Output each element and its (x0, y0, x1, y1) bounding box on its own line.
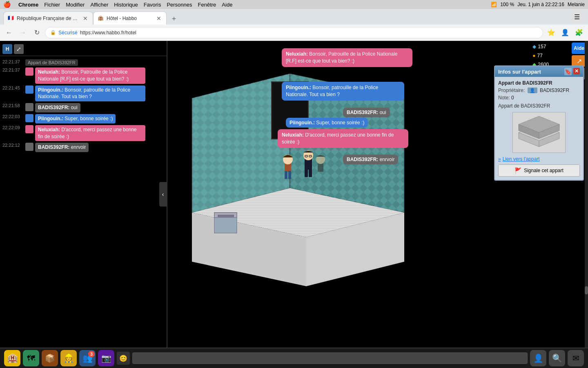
game-bubble-piingouin-1: Piingouin.: Bonsoir, patrouille de la Po… (282, 82, 404, 101)
info-description: Appart de BADIS392FR (498, 103, 580, 109)
info-panel-close-button[interactable]: ✕ (573, 68, 580, 74)
info-note: Note: 0 (498, 95, 580, 101)
info-panel: Infos sur l'appart 🔖 ✕ Appart de BADIS39… (494, 65, 584, 181)
chat-toggle-btn[interactable]: H (2, 44, 12, 54)
game-bubble-piingouin-2: Piingouin.: Super, bonne soirée :) (286, 118, 368, 128)
diamonds-stat: ◆ 157 (530, 43, 551, 51)
profile-button[interactable]: 👤 (559, 27, 571, 38)
tab-habbo[interactable]: 🏨 Hôtel - Habbo ✕ (93, 11, 167, 25)
apple-logo-icon[interactable]: 🍎 (3, 1, 11, 8)
user-name: Melanie (568, 2, 585, 7)
link-arrows-icon: » (498, 156, 501, 162)
chat-face-icon[interactable]: 😊 (117, 352, 130, 365)
info-panel-bookmark-btn[interactable]: 🔖 (564, 68, 572, 75)
avatar-neluxiah-2 (25, 125, 33, 133)
room-preview-svg (514, 116, 564, 149)
toolbar-navigator-icon[interactable]: 🗺 (23, 350, 39, 366)
info-panel-header: Infos sur l'appart 🔖 ✕ (495, 66, 583, 77)
note-value: 0 (511, 95, 514, 101)
right-toolbar-icons: 👤 🔍 ✉ (530, 350, 584, 366)
forward-button[interactable]: → (17, 27, 29, 38)
new-tab-button[interactable]: + (168, 13, 180, 25)
game-area[interactable]: Neluxiah: Bonsoir, Patrouille de la Poli… (167, 41, 588, 348)
menubar-personnes[interactable]: Personnes (167, 2, 192, 8)
tab-close-habbo[interactable]: ✕ (156, 14, 162, 22)
refresh-button[interactable]: ↻ (31, 27, 42, 38)
chat-line-0: 22:21:37 Neluxiah: Bonsoir, Patrouille d… (0, 67, 167, 85)
menubar-fenetre[interactable]: Fenêtre (198, 2, 216, 8)
tab-favicon-republique: 🇫🇷 (8, 15, 14, 22)
wifi-icon: 📶 (491, 2, 497, 7)
info-panel-title: Infos sur l'appart (498, 69, 541, 75)
chat-line-3: 22:22:03 Piingouin.: Super, bonne soirée… (0, 113, 167, 124)
toolbar-search-icon[interactable]: 🔍 (549, 350, 565, 366)
url-display: https://www.habbo.fr/hotel (80, 30, 136, 36)
info-owner: Propriétaire: 👤 BADIS392FR (498, 88, 580, 93)
scroll-thumb[interactable] (585, 286, 588, 294)
back-button[interactable]: ← (3, 27, 15, 38)
chat-input-area: 😊 (117, 352, 528, 365)
aide-button[interactable]: Aide (572, 43, 586, 54)
toolbar-message-icon[interactable]: ✉ (568, 350, 584, 366)
game-bubble-neluxiah-1: Neluxiah: Bonsoir, Patrouille de la Poli… (282, 48, 412, 67)
diamond-icon: ◆ (532, 44, 536, 49)
menubar-right: 📶 100 % Jeu. 1 juin à 22:22:16 Melanie (491, 2, 585, 7)
menubar-favoris[interactable]: Favoris (144, 2, 161, 8)
secure-icon: 🔒 (50, 30, 56, 35)
menubar-historique[interactable]: Historique (114, 2, 138, 8)
menubar-chrome[interactable]: Chrome (18, 2, 38, 8)
avatar-neluxiah (25, 67, 33, 76)
game-bubble-badis-2: BADIS392FR: enrvoir (343, 155, 398, 164)
hud-nav-button[interactable]: ↗ (572, 55, 586, 67)
chat-expand-btn[interactable]: ⤢ (14, 44, 24, 54)
chat-collapse-button[interactable]: ‹ (159, 182, 167, 206)
svg-rect-15 (285, 171, 287, 179)
bookmark-button[interactable]: ⭐ (546, 27, 557, 38)
address-input[interactable]: 🔒 Sécurisé https://www.habbo.fr/hotel (45, 27, 543, 38)
report-button[interactable]: 🚩 Signale cet appart (498, 164, 580, 177)
room-link[interactable]: » Lien vers l'appart (498, 156, 580, 162)
svg-rect-21 (305, 169, 308, 177)
chat-line-header: 22:21:37 Appart de BADIS392FR (0, 58, 167, 67)
game-bubble-badis-1: BADIS392FR: oui (343, 108, 390, 117)
toolbar-habbo-icon[interactable]: 🏨 (4, 350, 20, 366)
tab-republique[interactable]: 🇫🇷 République Française de Habb... ✕ (3, 11, 93, 25)
toolbar-users-icon[interactable]: 👤 (530, 350, 546, 366)
address-bar: ← → ↻ 🔒 Sécurisé https://www.habbo.fr/ho… (0, 25, 588, 41)
tab-favicon-habbo: 🏨 (98, 15, 104, 22)
svg-rect-22 (309, 169, 312, 177)
chat-line-5: 22:22:12 BADIS392FR: enrvoir (0, 142, 167, 153)
menubar-left: 🍎 Chrome Fichier Modifier Afficher Histo… (3, 1, 232, 8)
tab-close-republique[interactable]: ✕ (82, 14, 89, 22)
toolbar-friends-icon[interactable]: 👥 3 (79, 350, 96, 366)
chat-line-4: 22:22:09 Neluxiah: D'accord, merci passe… (0, 124, 167, 142)
hud-stats: ◆ 157 ● 77 ◆ 2600 (530, 43, 551, 69)
toolbar-catalog-icon[interactable]: 📦 (42, 350, 58, 366)
gold-stat: ● 77 (530, 52, 551, 60)
game-bubble-neluxiah-2: Neluxiah: D'accord, merci passez une bon… (278, 129, 408, 148)
chrome-menu-button[interactable]: ☰ (571, 11, 583, 23)
avatar-piingouin-2 (25, 114, 33, 122)
info-room-name: Appart de BADIS392FR (498, 80, 580, 86)
menubar-afficher[interactable]: Afficher (90, 2, 108, 8)
tab-title-republique: République Française de Habb... (17, 16, 80, 21)
menubar: 🍎 Chrome Fichier Modifier Afficher Histo… (0, 0, 588, 9)
menubar-aide[interactable]: Aide (222, 2, 232, 8)
chat-line-2: 22:21:58 BADIS392FR: oui (0, 102, 167, 113)
room-svg (167, 74, 437, 327)
tab-bar: 🇫🇷 République Française de Habb... ✕ 🏨 H… (0, 9, 588, 25)
extensions-button[interactable]: 🧩 (573, 27, 585, 38)
main-content: H ⤢ 22:21:37 Appart de BADIS392FR 22:21:… (0, 41, 588, 348)
toolbar-avatar-icon[interactable]: 👷 (60, 350, 77, 366)
menubar-fichier[interactable]: Fichier (44, 2, 60, 8)
toolbar-camera-icon[interactable]: 📷 (98, 350, 114, 366)
link-label-text[interactable]: Lien vers l'appart (503, 156, 540, 162)
chat-line-1: 22:21:45 Piingouin.: Bonsoir, patrouille… (0, 85, 167, 103)
report-label-text: Signale cet appart (524, 168, 564, 173)
scroll-indicator (585, 41, 588, 348)
chat-input-field[interactable] (132, 352, 528, 364)
gold-icon: ● (532, 53, 535, 58)
avatar-badis (25, 103, 33, 111)
battery-status: 100 % (500, 2, 514, 7)
menubar-modifier[interactable]: Modifier (66, 2, 85, 8)
